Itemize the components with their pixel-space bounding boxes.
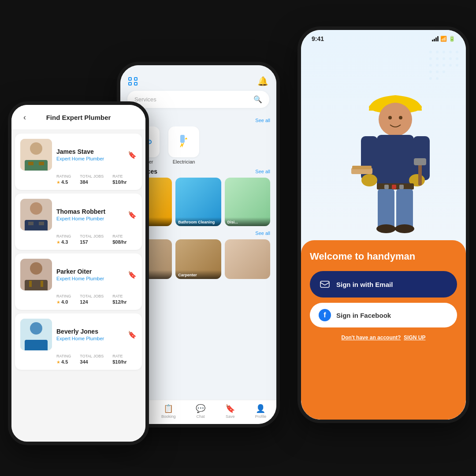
plumber-name: Parker Oiter <box>56 268 123 275</box>
welcome-w: W <box>310 251 319 262</box>
repair-card[interactable] <box>225 239 270 279</box>
profile-icon: 👤 <box>256 404 265 413</box>
phone-left: ‹ Find Expert Plumber <box>8 101 149 445</box>
repairs-see-all[interactable]: See all <box>255 231 270 236</box>
svg-point-29 <box>436 57 439 60</box>
svg-point-25 <box>443 51 445 53</box>
svg-point-46 <box>399 116 402 119</box>
svg-point-37 <box>456 64 458 67</box>
sign-in-email-label: Sign in with Email <box>336 281 393 288</box>
repair-card[interactable]: Carpenter <box>175 239 221 279</box>
search-placeholder: Services <box>134 96 156 103</box>
service-label: Bathroom Cleaning <box>178 220 218 224</box>
plumber-card[interactable]: Beverly Jones Expert Home Plumber 🔖 Rati… <box>15 313 142 370</box>
email-icon <box>319 278 331 290</box>
plumber-list: James Stave Expert Home Plumber 🔖 Rating… <box>11 130 145 373</box>
svg-rect-3 <box>28 162 33 165</box>
back-button[interactable]: ‹ <box>19 111 31 123</box>
signal-bars-icon <box>432 36 439 41</box>
nav-save[interactable]: 🔖 Save <box>225 404 235 419</box>
svg-point-50 <box>361 174 377 186</box>
svg-rect-8 <box>28 222 33 225</box>
status-bar <box>120 65 276 72</box>
electrician-category-icon <box>168 126 199 157</box>
signal-group: 📶 🔋 <box>432 36 455 42</box>
service-card[interactable]: Bathroom Cleaning <box>175 178 221 226</box>
svg-rect-47 <box>377 135 414 188</box>
svg-rect-64 <box>320 281 329 287</box>
plumber-card[interactable]: Parker Oiter Expert Home Plumber 🔖 Ratin… <box>15 253 142 310</box>
svg-point-28 <box>429 57 432 60</box>
battery-icon: 🔋 <box>449 36 455 42</box>
sign-in-facebook-button[interactable]: f Sign in Facebook <box>310 303 457 327</box>
plumber-role: Expert Home Plumber <box>56 276 123 281</box>
login-panel: Welcome to handyman Sign in with Email f… <box>301 240 466 420</box>
plumber-name: James Stave <box>56 148 123 155</box>
nav-profile[interactable]: 👤 Profile <box>255 404 267 419</box>
nav-booking[interactable]: 📋 Booking <box>161 404 176 419</box>
svg-point-1 <box>30 142 42 155</box>
svg-rect-58 <box>392 185 396 189</box>
svg-rect-14 <box>41 281 43 287</box>
phone-right-screen: 9:41 📶 🔋 <box>301 30 466 420</box>
bookmark-icon[interactable]: 🔖 <box>128 331 137 339</box>
bookmark-icon[interactable]: 🔖 <box>128 151 137 159</box>
svg-rect-12 <box>25 280 48 290</box>
sign-in-facebook-label: Sign in Facebook <box>336 312 391 319</box>
svg-point-11 <box>30 262 42 275</box>
plumber-card[interactable]: James Stave Expert Home Plumber 🔖 Rating… <box>15 134 142 190</box>
avatar <box>20 259 52 290</box>
avatar <box>20 199 52 231</box>
nav-chat[interactable]: 💬 Chat <box>196 404 205 419</box>
service-label: Carpenter <box>178 273 218 277</box>
avatar <box>20 319 52 350</box>
category-label: Electrician <box>173 159 195 164</box>
svg-point-16 <box>30 322 42 335</box>
plumber-role: Expert Home Plumber <box>56 336 123 341</box>
svg-rect-61 <box>396 189 413 229</box>
nav-save-label: Save <box>226 414 235 419</box>
plumber-list-header: ‹ Find Expert Plumber <box>11 105 145 130</box>
svg-rect-57 <box>384 185 389 189</box>
scene: ‹ Find Expert Plumber <box>0 0 476 476</box>
svg-point-6 <box>30 202 42 215</box>
notification-bell-icon[interactable]: 🔔 <box>257 76 268 86</box>
worker-hero-image <box>320 71 466 256</box>
svg-point-62 <box>376 224 396 233</box>
category-item[interactable]: Electrician <box>166 126 201 164</box>
svg-point-23 <box>429 51 432 53</box>
plumber-role: Expert Home Plumber <box>56 156 123 161</box>
phone-right: 9:41 📶 🔋 <box>298 26 469 423</box>
hero-section: 9:41 📶 🔋 <box>301 30 466 256</box>
service-card[interactable]: Disi... <box>225 178 270 226</box>
phone-left-screen: ‹ Find Expert Plumber <box>11 105 145 442</box>
signup-link[interactable]: Don't have an account? SIGN UP <box>310 335 457 341</box>
search-bar[interactable]: Services 🔍 <box>127 91 269 108</box>
sign-in-email-button[interactable]: Sign in with Email <box>310 271 457 298</box>
categories-see-all[interactable]: See all <box>255 118 270 123</box>
bookmark-icon[interactable]: 🔖 <box>128 211 137 219</box>
svg-rect-22 <box>180 135 185 143</box>
svg-rect-60 <box>378 189 394 229</box>
svg-rect-7 <box>25 220 48 231</box>
mid-header: 🔔 <box>120 72 276 91</box>
plumber-card[interactable]: Thomas Robbert Expert Home Plumber 🔖 Rat… <box>15 193 142 250</box>
svg-point-34 <box>436 64 439 67</box>
svg-point-44 <box>379 103 412 136</box>
plumber-role: Expert Home Plumber <box>56 216 123 221</box>
svg-rect-53 <box>414 158 426 165</box>
nav-profile-label: Profile <box>255 414 267 419</box>
svg-point-30 <box>443 57 445 60</box>
facebook-icon: f <box>319 309 331 321</box>
search-icon[interactable]: 🔍 <box>253 95 262 104</box>
svg-rect-2 <box>25 160 48 171</box>
nav-chat-label: Chat <box>196 414 205 419</box>
bookmark-icon[interactable]: 🔖 <box>128 271 137 279</box>
cleaning-see-all[interactable]: See all <box>255 169 270 174</box>
save-icon: 🔖 <box>225 404 235 413</box>
svg-point-32 <box>456 57 458 60</box>
svg-point-24 <box>436 51 439 53</box>
avatar <box>20 139 52 171</box>
svg-rect-4 <box>39 162 44 165</box>
svg-rect-9 <box>39 222 44 225</box>
